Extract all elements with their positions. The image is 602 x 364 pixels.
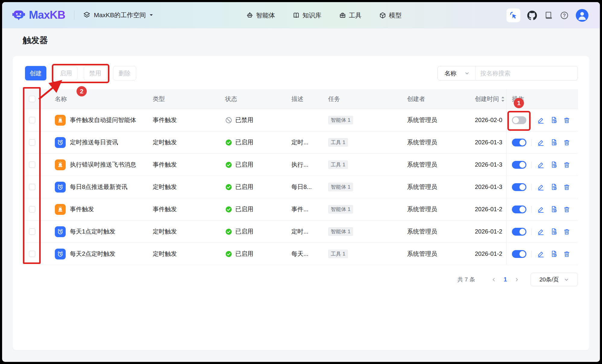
trigger-name[interactable]: 执行错误时推送飞书消息 [70,161,136,169]
trigger-name[interactable]: 定时推送每日资讯 [70,138,118,146]
table-row: 事件触发自动提问智能体 事件触发 已禁用 智能体 1 系统管理员 2026-02… [23,109,578,131]
row-checkbox[interactable] [29,117,35,123]
execution-log-icon[interactable] [550,206,558,213]
enabled-check-icon [225,161,232,168]
help-icon[interactable]: ? [560,11,569,20]
row-checkbox[interactable] [29,206,35,212]
status-toggle[interactable] [512,183,526,191]
search-field-select[interactable]: 名称 [438,69,475,77]
nav-item-tools[interactable]: 工具 [339,11,362,20]
nav-item-models[interactable]: 模型 [379,11,402,20]
maxkb-logo[interactable]: MaxKB [12,8,65,22]
search-input[interactable] [475,70,578,77]
execution-log-icon[interactable] [550,250,558,258]
delete-icon[interactable] [563,228,571,236]
page-size-value: 20条/页 [539,276,559,284]
next-page-button[interactable] [511,274,522,285]
delete-icon[interactable] [563,183,571,191]
sort-icon[interactable] [501,96,505,102]
edit-icon[interactable] [537,116,545,124]
delete-icon[interactable] [563,250,571,258]
execution-log-icon[interactable] [550,228,558,236]
row-checkbox[interactable] [29,251,35,257]
trigger-name[interactable]: 每天2点定时触发 [70,250,115,258]
status-toggle[interactable] [512,206,526,213]
status-toggle[interactable] [512,161,526,169]
status-toggle[interactable] [512,139,526,146]
trigger-name[interactable]: 每天1点定时触发 [70,228,115,236]
status-icon [225,161,232,168]
created-time: 2026-01-3 [475,184,502,190]
execution-log-icon[interactable] [550,183,558,191]
user-avatar[interactable] [576,9,588,22]
workspace-selector[interactable]: MaxKB的工作空间 [83,11,154,19]
header-name: 名称 [41,95,139,103]
trigger-name[interactable]: 事件触发 [70,205,94,213]
header-status: 状态 [212,95,278,103]
status-toggle[interactable] [512,250,526,258]
edit-icon[interactable] [537,183,545,191]
creator: 系统管理员 [407,228,437,236]
edit-icon[interactable] [537,228,545,236]
navbar-actions: ? [506,2,588,28]
edit-icon[interactable] [537,161,545,169]
header-action: 操作 [506,89,578,109]
page-size-select[interactable]: 20条/页 [531,273,578,286]
enabled-check-icon [225,139,232,146]
execution-log-icon[interactable] [550,161,558,169]
prev-page-button[interactable] [488,274,499,285]
delete-icon[interactable] [563,161,571,169]
action-divider [531,117,531,124]
edit-icon[interactable] [537,206,545,213]
status-toggle[interactable] [512,228,526,236]
created-time: 2026-01-2 [475,206,502,213]
status-text: 已启用 [235,183,253,191]
enabled-check-icon [225,250,232,258]
edit-icon[interactable] [537,250,545,258]
execution-log-icon[interactable] [550,116,558,124]
creator: 系统管理员 [407,183,437,191]
maxkb-logo-text: MaxKB [29,9,65,21]
docs-icon[interactable] [544,11,553,20]
enable-button[interactable]: 启用 [55,66,77,80]
nav-menu: 智能体 知识库 工具 模型 [246,2,402,28]
select-all-checkbox[interactable] [29,96,35,102]
trigger-type: 事件触发 [153,161,177,169]
delete-icon[interactable] [563,206,571,213]
delete-button[interactable]: 删除 [113,66,136,80]
action-divider [531,228,531,235]
table-row: 每天1点定时触发 定时触发 已启用 定时... 智能体 1 系统管理员 2026… [23,221,578,243]
delete-icon[interactable] [563,139,571,146]
status-toggle[interactable] [512,116,526,124]
trigger-desc: 执行... [291,161,309,169]
toggle-knob [519,206,525,212]
row-checkbox[interactable] [29,139,35,146]
trigger-name[interactable]: 事件触发自动提问智能体 [70,116,136,124]
pointer-tool-button[interactable] [506,8,520,22]
creator: 系统管理员 [407,116,437,124]
page-number[interactable]: 1 [499,276,511,283]
nav-item-label: 工具 [349,11,362,20]
header-type: 类型 [139,95,212,103]
github-icon[interactable] [527,11,537,20]
disable-button[interactable]: 禁用 [84,66,107,80]
row-checkbox[interactable] [29,228,35,235]
trigger-name[interactable]: 每日8点推送最新资讯 [70,183,127,191]
edit-icon[interactable] [537,139,545,146]
table-body: 事件触发自动提问智能体 事件触发 已禁用 智能体 1 系统管理员 2026-02… [23,109,578,265]
row-checkbox[interactable] [29,162,35,168]
action-divider [531,184,531,190]
nav-item-knowledge[interactable]: 知识库 [293,11,321,20]
execution-log-icon[interactable] [550,139,558,146]
create-button[interactable]: 创建 [25,66,46,80]
status-icon [225,228,232,235]
nav-item-agents[interactable]: 智能体 [246,11,275,20]
status-text: 已启用 [235,228,253,236]
delete-icon[interactable] [563,116,571,124]
row-checkbox[interactable] [29,184,35,190]
action-divider [531,251,531,257]
creator: 系统管理员 [407,205,437,213]
table-row: 定时推送每日资讯 定时触发 已启用 定时... 工具 1 系统管理员 2026-… [23,131,578,154]
toolbox-icon [339,12,346,19]
trigger-type-icon [55,137,66,148]
